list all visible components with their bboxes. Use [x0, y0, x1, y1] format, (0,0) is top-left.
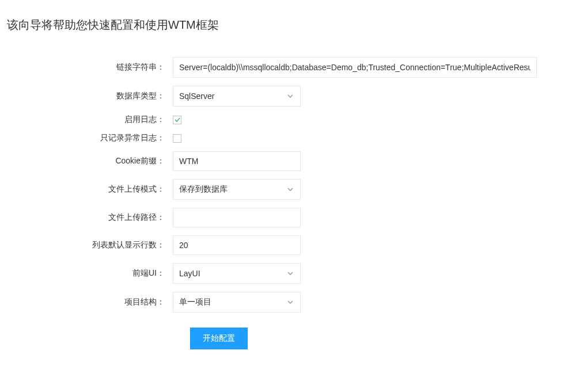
label-connection-string: 链接字符串： [0, 62, 173, 73]
checkbox-enable-log[interactable] [173, 116, 181, 124]
row-submit: 开始配置 [0, 328, 576, 349]
label-db-type: 数据库类型： [0, 91, 173, 101]
chevron-down-icon [286, 298, 294, 306]
row-enable-log: 启用日志： [0, 115, 576, 125]
select-project-structure[interactable]: 单一项目 [173, 292, 301, 313]
config-form: 链接字符串： 数据库类型： SqlServer 启用日志： 只记录异常日志： [0, 57, 576, 349]
submit-button[interactable]: 开始配置 [190, 328, 248, 349]
input-cookie-prefix[interactable] [173, 151, 301, 171]
page-title: 该向导将帮助您快速配置和使用WTM框架 [0, 0, 576, 33]
row-only-exception: 只记录异常日志： [0, 133, 576, 143]
row-project-structure: 项目结构： 单一项目 [0, 292, 576, 313]
row-page-rows: 列表默认显示行数： [0, 235, 576, 255]
label-upload-mode: 文件上传模式： [0, 184, 173, 195]
row-upload-path: 文件上传路径： [0, 208, 576, 227]
row-upload-mode: 文件上传模式： 保存到数据库 [0, 179, 576, 200]
chevron-down-icon [286, 185, 294, 193]
label-frontend-ui: 前端UI： [0, 268, 173, 279]
select-frontend-ui[interactable]: LayUI [173, 263, 301, 284]
input-upload-path[interactable] [173, 208, 301, 227]
checkbox-only-exception[interactable] [173, 134, 181, 143]
row-frontend-ui: 前端UI： LayUI [0, 263, 576, 284]
chevron-down-icon [286, 269, 294, 277]
select-frontend-ui-value: LayUI [179, 269, 200, 278]
label-enable-log: 启用日志： [0, 115, 173, 125]
label-page-rows: 列表默认显示行数： [0, 240, 173, 250]
row-connection-string: 链接字符串： [0, 57, 576, 78]
input-connection-string[interactable] [173, 57, 537, 78]
select-project-structure-value: 单一项目 [179, 297, 211, 307]
row-db-type: 数据库类型： SqlServer [0, 86, 576, 106]
input-page-rows[interactable] [173, 235, 301, 255]
label-only-exception: 只记录异常日志： [0, 133, 173, 143]
select-db-type-value: SqlServer [179, 92, 214, 101]
select-upload-mode[interactable]: 保存到数据库 [173, 179, 301, 200]
select-upload-mode-value: 保存到数据库 [179, 184, 228, 195]
label-cookie-prefix: Cookie前缀： [0, 156, 173, 166]
select-db-type[interactable]: SqlServer [173, 86, 301, 106]
label-project-structure: 项目结构： [0, 297, 173, 307]
label-upload-path: 文件上传路径： [0, 212, 173, 223]
row-cookie-prefix: Cookie前缀： [0, 151, 576, 171]
chevron-down-icon [286, 92, 294, 100]
